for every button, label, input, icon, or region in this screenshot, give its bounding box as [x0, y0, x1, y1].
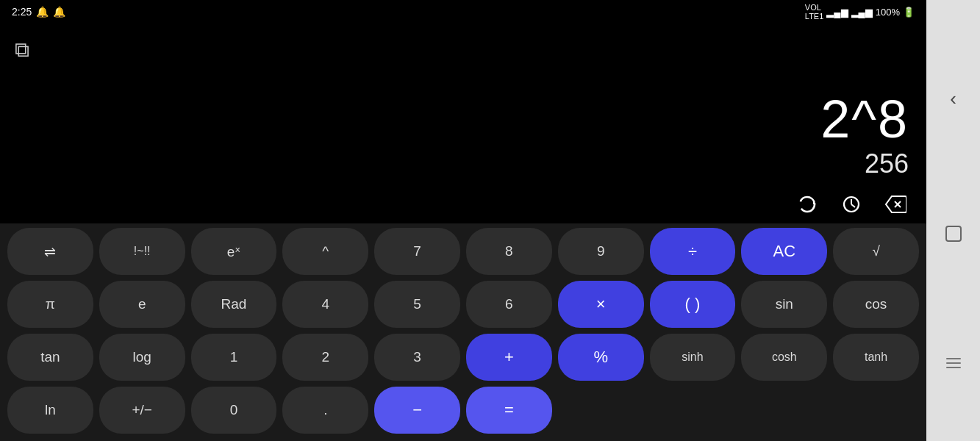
key-decimal[interactable]: .: [282, 387, 368, 434]
key-sqrt[interactable]: √: [833, 228, 919, 275]
key-divide[interactable]: ÷: [650, 228, 736, 275]
alarm-icon-2: 🔔: [53, 6, 65, 18]
key-convert[interactable]: ⇌: [7, 228, 93, 275]
key-negate[interactable]: +/−: [99, 387, 185, 434]
key-three[interactable]: 3: [374, 334, 460, 381]
key-cos[interactable]: cos: [833, 281, 919, 328]
status-right: VOLLTE1 ▂▄▆ ▂▄▆ 100% 🔋: [805, 3, 915, 21]
key-nine[interactable]: 9: [558, 228, 644, 275]
keypad: ⇌!~!!eˣ^789÷AC√πeRad456×( )sincostanlog1…: [0, 223, 926, 441]
status-left: 2:25 🔔 🔔: [12, 6, 65, 18]
key-multiply[interactable]: ×: [558, 281, 644, 328]
display-area: ⧉ 2^8 256: [0, 24, 926, 185]
battery-level: 100%: [876, 7, 900, 18]
key-log[interactable]: log: [99, 334, 185, 381]
network-label: VOLLTE1: [805, 3, 823, 21]
key-five[interactable]: 5: [374, 281, 460, 328]
controls-row: [0, 185, 926, 223]
key-sin[interactable]: sin: [741, 281, 827, 328]
key-six[interactable]: 6: [466, 281, 552, 328]
key-add[interactable]: +: [466, 334, 552, 381]
key-subtract[interactable]: −: [374, 387, 460, 434]
history-button[interactable]: [835, 188, 868, 220]
key-four[interactable]: 4: [282, 281, 368, 328]
key-ln[interactable]: ln: [7, 387, 93, 434]
key-power[interactable]: ^: [282, 228, 368, 275]
key-factorial-not[interactable]: !~!!: [99, 228, 185, 275]
key-seven[interactable]: 7: [374, 228, 460, 275]
result: 256: [865, 148, 909, 179]
key-percent[interactable]: %: [558, 334, 644, 381]
key-sinh[interactable]: sinh: [650, 334, 736, 381]
expression[interactable]: 2^8: [820, 93, 909, 146]
rotate-button[interactable]: [791, 188, 823, 220]
signal-bars-2: ▂▄▆: [851, 7, 873, 18]
key-tan[interactable]: tan: [7, 334, 93, 381]
key-parenthesis[interactable]: ( ): [650, 281, 736, 328]
key-cosh[interactable]: cosh: [741, 334, 827, 381]
key-two[interactable]: 2: [282, 334, 368, 381]
key-equals[interactable]: =: [466, 387, 552, 434]
signal-bars-1: ▂▄▆: [826, 7, 848, 18]
calculator: 2:25 🔔 🔔 VOLLTE1 ▂▄▆ ▂▄▆ 100% 🔋 ⧉ 2^8 25…: [0, 0, 926, 441]
key-one[interactable]: 1: [191, 334, 277, 381]
copy-icon[interactable]: ⧉: [15, 38, 29, 62]
svg-line-4: [851, 204, 855, 207]
svg-point-0: [800, 197, 815, 212]
key-tanh[interactable]: tanh: [833, 334, 919, 381]
back-icon[interactable]: ‹: [950, 87, 956, 110]
key-rad[interactable]: Rad: [191, 281, 277, 328]
key-pi[interactable]: π: [7, 281, 93, 328]
key-clear[interactable]: AC: [741, 228, 827, 275]
home-button[interactable]: [945, 226, 962, 242]
key-zero[interactable]: 0: [191, 387, 277, 434]
time: 2:25: [12, 6, 32, 18]
status-bar: 2:25 🔔 🔔 VOLLTE1 ▂▄▆ ▂▄▆ 100% 🔋: [0, 0, 926, 24]
sidebar: ‹: [926, 0, 980, 441]
alarm-icon-1: 🔔: [36, 6, 49, 18]
delete-button[interactable]: [879, 188, 912, 220]
key-exp[interactable]: eˣ: [191, 228, 277, 275]
key-eight[interactable]: 8: [466, 228, 552, 275]
battery-icon: 🔋: [903, 7, 915, 18]
key-euler[interactable]: e: [99, 281, 185, 328]
menu-button[interactable]: [946, 358, 961, 368]
